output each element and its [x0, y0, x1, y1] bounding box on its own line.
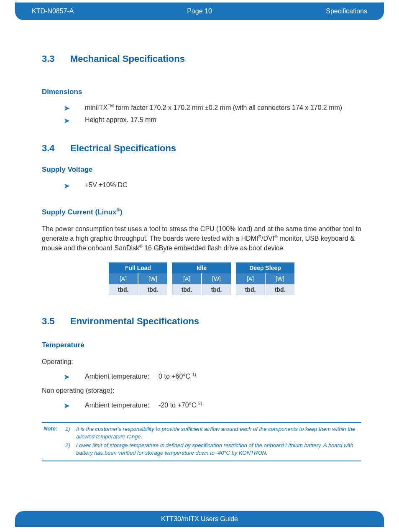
note-label: Note: [42, 425, 61, 458]
section-title: Environmental Specifications [70, 316, 199, 327]
bullet-item: ➤ Height approx. 17.5 mm [64, 116, 361, 125]
table-unit-header: [W] [202, 273, 231, 284]
power-consumption-table: Full Load Idle Deep Sleep [A] [W] [A] [W… [108, 262, 295, 295]
bullet-text: Ambient temperature: -20 to +70°C 2) [85, 401, 202, 409]
bullet-item: ➤ +5V ±10% DC [64, 181, 361, 191]
section-number: 3.3 [42, 53, 59, 64]
note-item: 2) Lower limit of storage temperature is… [65, 442, 361, 456]
table-group-header: Deep Sleep [236, 262, 294, 273]
section-heading-3-5: 3.5 Environmental Specifications [42, 316, 361, 327]
table-cell: tbd. [266, 284, 294, 295]
header-doc-id: KTD-N0857-A [32, 8, 143, 15]
bullet-item: ➤ Ambient temperature: 0 to +60°C 1) [64, 372, 361, 382]
table-header-units: [A] [W] [A] [W] [A] [W] [109, 273, 294, 284]
section-number: 3.4 [42, 143, 59, 154]
paragraph-supply-current: The power consumption test uses a tool t… [42, 224, 361, 253]
bullet-arrow-icon: ➤ [64, 116, 70, 125]
bullet-arrow-icon: ➤ [64, 372, 70, 382]
table-row: tbd. tbd. tbd. tbd. tbd. tbd. [109, 284, 294, 295]
bullet-arrow-icon: ➤ [64, 401, 70, 410]
table-cell: tbd. [138, 284, 167, 295]
section-title: Electrical Specifications [70, 143, 176, 154]
note-text: Lower limit of storage temperature is de… [76, 442, 361, 456]
table-cell: tbd. [172, 284, 201, 295]
table-group-header: Full Load [109, 262, 167, 273]
table-unit-header: [A] [172, 273, 201, 284]
bullet-text: Height approx. 17.5 mm [85, 116, 156, 124]
footer-title: KTT30/mITX Users Guide [161, 515, 238, 523]
table-unit-header: [W] [138, 273, 167, 284]
bullet-arrow-icon: ➤ [64, 181, 70, 191]
header-page-num: Page 10 [143, 8, 255, 15]
table-header-groups: Full Load Idle Deep Sleep [109, 262, 294, 273]
note-box: Note: 1) It is the customer's responsibi… [42, 422, 361, 461]
table-unit-header: [A] [236, 273, 265, 284]
section-heading-3-3: 3.3 Mechanical Specifications [42, 53, 361, 64]
section-title: Mechanical Specifications [70, 53, 185, 64]
table-unit-header: [W] [266, 273, 294, 284]
bullet-item: ➤ miniITXTM form factor 170.2 x 170.2 mm… [64, 104, 361, 113]
note-item: 1) It is the customer's responsibility t… [65, 425, 361, 440]
table-group-header: Idle [172, 262, 231, 273]
bullet-text: miniITXTM form factor 170.2 x 170.2 mm ±… [85, 104, 342, 112]
table-cell: tbd. [109, 284, 138, 295]
subheading-temperature: Temperature [42, 341, 361, 349]
page-header: KTD-N0857-A Page 10 Specifications [15, 3, 384, 20]
note-index: 2) [65, 442, 73, 456]
table-cell: tbd. [236, 284, 265, 295]
note-text: It is the customer's responsibility to p… [76, 425, 361, 440]
page-content: 3.3 Mechanical Specifications Dimensions… [0, 20, 399, 461]
bullet-arrow-icon: ➤ [64, 104, 70, 113]
subheading-supply-current: Supply Current (Linux®) [42, 207, 361, 216]
section-heading-3-4: 3.4 Electrical Specifications [42, 143, 361, 154]
subheading-supply-voltage: Supply Voltage [42, 165, 361, 174]
bullet-item: ➤ Ambient temperature: -20 to +70°C 2) [64, 401, 361, 410]
bullet-text: Ambient temperature: 0 to +60°C 1) [85, 372, 196, 380]
label-non-operating: Non operating (storage): [42, 386, 361, 395]
table-cell: tbd. [202, 284, 231, 295]
label-operating: Operating: [42, 357, 361, 367]
bullet-text: +5V ±10% DC [85, 181, 128, 189]
section-number: 3.5 [42, 316, 59, 327]
subheading-dimensions: Dimensions [42, 88, 361, 96]
note-index: 1) [65, 425, 73, 440]
table-unit-header: [A] [109, 273, 138, 284]
header-section: Specifications [256, 8, 367, 15]
page-footer: KTT30/mITX Users Guide [15, 511, 384, 527]
